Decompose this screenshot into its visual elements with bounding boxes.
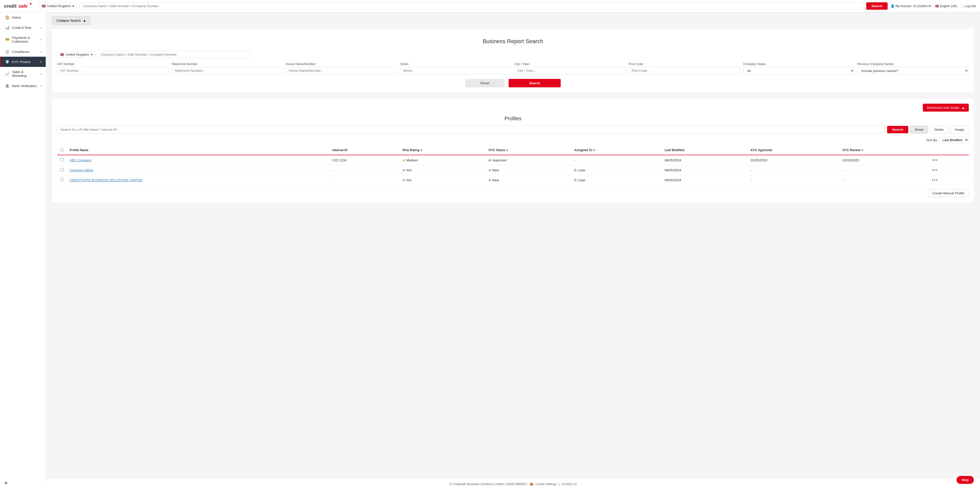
search-button[interactable]: Search — [509, 79, 560, 87]
row-actions-1: ••• — [929, 165, 969, 175]
row-profile-name-0: ABC Company — [67, 155, 329, 165]
row-checkbox-1[interactable] — [60, 168, 64, 171]
profile-name-link-1[interactable]: Company Alpha — [70, 168, 93, 172]
row-actions-2: ••• — [929, 175, 969, 185]
row-ellipsis-button-2[interactable]: ••• — [932, 178, 938, 182]
row-profile-name-1: Company Alpha — [67, 165, 329, 175]
profile-name-link-2[interactable]: CREDITSAFE BUSINESS SOLUTIONS LIMITED — [70, 178, 142, 182]
home-label: Home — [12, 16, 41, 19]
sidebar-item-home[interactable]: 🏠 Home — [0, 12, 46, 22]
row-assigned-to-0: - — [571, 155, 662, 165]
col-kyc-status: KYC Status ▽ — [486, 145, 571, 155]
row-checkbox-cell-1 — [57, 165, 67, 175]
city-town-group: City / Town — [514, 62, 626, 75]
row-last-modified-1: 08/05/2024 — [662, 165, 748, 175]
profile-search-input[interactable] — [57, 126, 885, 134]
payments-collections-icon: 💳 — [5, 38, 10, 41]
compliance-chevron: ▾ — [40, 50, 41, 53]
company-status-select[interactable]: All Active Inactive Dissolved — [743, 67, 854, 75]
cookie-settings-link[interactable]: Cookie Settings — [535, 482, 557, 486]
create-manual-profile-button[interactable]: Create Manual Profile — [928, 189, 969, 197]
logout-link[interactable]: ⬚ Log Out — [961, 4, 976, 8]
sidebar: 🏠 Home 📊 Credit & Risk ▾ 💳 Payments & Co… — [0, 12, 46, 490]
profiles-section: Download User Guide ☁ Profiles Search Re… — [52, 99, 974, 202]
cookie-icon: 🍪 — [530, 482, 533, 486]
house-name-label: House Name/Number — [286, 62, 397, 66]
sidebar-item-compliance[interactable]: ⚖️ Compliance ▾ — [0, 46, 46, 57]
row-checkbox-cell-2 — [57, 175, 67, 185]
payments-collections-chevron: ▾ — [40, 38, 41, 41]
row-ellipsis-button-1[interactable]: ••• — [932, 168, 938, 172]
street-input[interactable] — [400, 67, 511, 74]
upload-icon: ☁ — [961, 106, 965, 110]
search-country-label: United Kingdom — [65, 53, 89, 56]
col-last-modified: Last Modified — [662, 145, 748, 155]
row-ellipsis-button-0[interactable]: ••• — [932, 158, 938, 163]
delete-button[interactable]: Delete — [930, 126, 948, 133]
company-search-input[interactable] — [97, 51, 251, 58]
business-report-title: Business Report Search — [57, 38, 969, 45]
chevron-up-icon: ▲ — [83, 19, 86, 22]
row-kyc-status-0: Approved — [486, 155, 571, 165]
row-profile-name-2: CREDITSAFE BUSINESS SOLUTIONS LIMITED — [67, 175, 329, 185]
home-icon: 🏠 — [5, 15, 10, 19]
row-checkbox-0[interactable] — [60, 158, 64, 161]
row-risk-rating-0: Medium — [400, 155, 486, 165]
select-all-checkbox[interactable] — [60, 148, 64, 152]
table-row: ABC Company CID 1234 Medium Approved - 0… — [57, 155, 969, 165]
search-chevron-icon: ▾ — [91, 53, 93, 56]
city-town-input[interactable] — [514, 67, 626, 74]
country-selector[interactable]: 🇬🇧 United Kingdom ▾ — [39, 3, 76, 9]
sort-select[interactable]: Last Modified Profile Name KYC Status Ri… — [939, 137, 969, 144]
row-checkbox-2[interactable] — [60, 178, 64, 181]
row-checkbox-cell-0 — [57, 155, 67, 165]
col-profile-name: Profile Name — [67, 145, 329, 155]
sort-row: Sort By Last Modified Profile Name KYC S… — [57, 137, 969, 144]
country-label: United Kingdom — [47, 4, 71, 8]
profiles-search-row: Search Reset Delete Assign — [57, 126, 969, 134]
table-row: Company Alpha - N/A New E Lowe 08/05/202… — [57, 165, 969, 175]
logo[interactable]: credit safe — [4, 2, 32, 10]
search-form-buttons: Reset Search — [57, 79, 969, 87]
download-user-guide-button[interactable]: Download User Guide ☁ — [923, 104, 969, 112]
close-button[interactable]: ✕ — [4, 480, 8, 486]
row-internal-id-2: - — [329, 175, 399, 185]
country-row: 🇬🇧 United Kingdom ▾ — [57, 51, 969, 58]
risk-dot-2 — [403, 179, 405, 181]
compliance-icon: ⚖️ — [5, 49, 10, 54]
top-right-nav: 👤 My Account ID:101806178 🇬🇧 English (UK… — [891, 4, 976, 8]
my-account-link[interactable]: 👤 My Account ID:101806178 — [891, 4, 931, 8]
language-selector[interactable]: 🇬🇧 English (UK) — [935, 4, 957, 8]
uk-flag-icon: 🇬🇧 — [41, 4, 46, 8]
collapse-search-button[interactable]: Collapse Search ▲ — [52, 16, 90, 25]
sidebar-item-bank-verification[interactable]: 🏦 Bank Verification ▾ — [0, 81, 46, 91]
profile-reset-button[interactable]: Reset — [910, 126, 928, 134]
house-name-input[interactable] — [286, 67, 397, 74]
top-search-button[interactable]: Search — [866, 2, 887, 10]
telephone-input[interactable] — [172, 67, 283, 74]
sidebar-item-payments-collections[interactable]: 💳 Payments & Collections ▾ — [0, 33, 46, 46]
sidebar-item-sales-marketing[interactable]: 📈 Sales & Marketing ▾ — [0, 67, 46, 81]
sidebar-item-kyc-protect[interactable]: 🛡️ KYC Protect ▾ — [0, 57, 46, 67]
help-button[interactable]: Help — [956, 476, 974, 484]
post-code-input[interactable] — [629, 67, 740, 74]
row-kyc-review-0: 01/05/2025 — [840, 155, 929, 165]
assign-button[interactable]: Assign — [950, 126, 969, 133]
top-search-input[interactable] — [80, 2, 863, 10]
contact-us-link[interactable]: Contact Us — [562, 482, 577, 486]
risk-dot-1 — [403, 169, 405, 171]
kyc-dot-0 — [489, 159, 491, 161]
search-country-selector[interactable]: 🇬🇧 United Kingdom ▾ — [57, 51, 95, 58]
compliance-label: Compliance — [12, 50, 38, 54]
svg-marker-2 — [30, 3, 32, 5]
previous-names-select[interactable]: Include previous names? Yes No — [858, 67, 969, 75]
profile-search-button[interactable]: Search — [887, 126, 908, 133]
profile-name-link-0[interactable]: ABC Company — [70, 158, 92, 162]
vat-number-input[interactable] — [57, 67, 169, 74]
bank-verification-label: Bank Verification — [12, 84, 38, 88]
reset-button[interactable]: Reset — [465, 79, 504, 87]
sidebar-item-credit-risk[interactable]: 📊 Credit & Risk ▾ — [0, 22, 46, 33]
logout-icon: ⬚ — [961, 4, 964, 8]
col-actions — [929, 145, 969, 155]
kyc-dot-2 — [489, 179, 491, 181]
